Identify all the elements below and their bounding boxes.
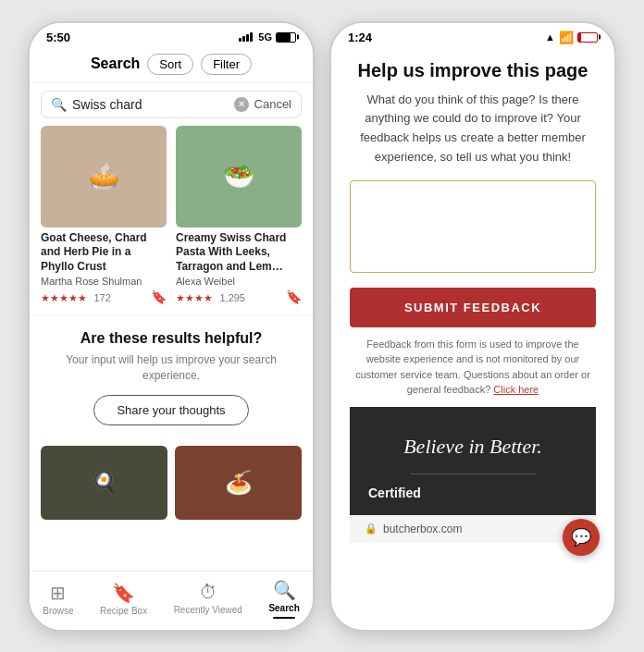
recipe-count-1: 172	[93, 292, 110, 303]
recipe-card-1[interactable]: 🥧 Goat Cheese, Chard and Herb Pie in a P…	[41, 126, 167, 306]
recipe-title-2: Creamy Swiss Chard Pasta With Leeks, Tar…	[176, 231, 302, 275]
nav-browse[interactable]: ⊞ Browse	[43, 582, 73, 616]
battery-right	[577, 32, 598, 43]
lock-icon: 🔒	[365, 523, 378, 535]
recipe-image-2: 🥗	[176, 126, 302, 228]
help-title: Help us improve this page	[350, 59, 596, 81]
signal-bars-left	[239, 32, 253, 42]
nav-search[interactable]: 🔍 Search	[268, 579, 299, 619]
search-feedback-section: Are these results helpful? Your input wi…	[30, 314, 313, 437]
brand-divider	[410, 474, 536, 474]
website-bar: 🔒 butcherbox.com	[350, 515, 596, 543]
search-value: Swiss chard	[72, 97, 234, 112]
nav-active-indicator	[273, 617, 295, 619]
recipe-stars-2: ★★★★	[176, 292, 213, 303]
cancel-label[interactable]: Cancel	[254, 97, 291, 111]
help-description: What do you think of this page? Is there…	[350, 91, 596, 167]
status-icons-left: 5G	[239, 31, 296, 43]
recipe-title-1: Goat Cheese, Chard and Herb Pie in a Phy…	[41, 231, 167, 275]
location-icon: ▲	[545, 31, 555, 43]
left-phone: 5:50 5G Search Sort Filter 🔍	[28, 21, 315, 632]
recipe-card-2[interactable]: 🥗 Creamy Swiss Chard Pasta With Leeks, T…	[176, 126, 302, 306]
website-url[interactable]: butcherbox.com	[383, 523, 462, 535]
submit-feedback-button[interactable]: SUBMIT FEEDBACK	[350, 288, 596, 327]
search-nav-icon: 🔍	[273, 579, 296, 601]
recipe-count-2: 1,295	[219, 292, 245, 303]
chat-fab-button[interactable]: 💬	[563, 519, 600, 556]
feedback-textarea[interactable]	[350, 180, 596, 273]
recipe-image-1: 🥧	[41, 126, 167, 228]
nav-recipe-box[interactable]: 🔖 Recipe Box	[100, 582, 147, 616]
time-right: 1:24	[348, 31, 372, 44]
search-icon: 🔍	[51, 97, 67, 112]
certified-label: Certified	[368, 486, 577, 500]
nav-recipe-box-label: Recipe Box	[100, 606, 147, 616]
nav-recently-viewed[interactable]: ⏱ Recently Viewed	[174, 582, 242, 615]
more-recipe-2[interactable]: 🍝	[175, 446, 302, 520]
brand-script-text: Believe in Better.	[368, 435, 577, 459]
filter-button[interactable]: Filter	[201, 54, 252, 75]
right-phone: 1:24 ▲ 📶 Help us improve this page What …	[329, 21, 616, 632]
wifi-icon: 📶	[559, 31, 574, 44]
screenshot-container: 5:50 5G Search Sort Filter 🔍	[28, 21, 616, 632]
feedback-title: Are these results helpful?	[48, 330, 294, 347]
browse-icon: ⊞	[50, 582, 66, 604]
share-thoughts-button[interactable]: Share your thoughts	[93, 395, 248, 425]
status-bar-right: 1:24 ▲ 📶	[331, 23, 614, 48]
recently-viewed-icon: ⏱	[199, 582, 217, 603]
nav-search-label: Search	[268, 603, 299, 613]
status-icons-right: ▲ 📶	[545, 31, 598, 44]
feedback-note-text: Feedback from this form is used to impro…	[355, 338, 590, 396]
feedback-note: Feedback from this form is used to impro…	[350, 337, 596, 398]
sort-button[interactable]: Sort	[147, 54, 193, 75]
brand-section: Believe in Better. Certified	[350, 407, 596, 515]
bottom-nav: ⊞ Browse 🔖 Recipe Box ⏱ Recently Viewed …	[30, 571, 313, 630]
bookmark-icon-1[interactable]: 🔖	[151, 289, 167, 304]
recipe-box-icon: 🔖	[112, 582, 135, 604]
clear-search-button[interactable]: ✕	[234, 97, 249, 112]
recipe-meta-1: ★★★★★ 172 🔖	[41, 289, 167, 305]
recipe-grid: 🥧 Goat Cheese, Chard and Herb Pie in a P…	[30, 126, 313, 315]
nav-recently-viewed-label: Recently Viewed	[174, 605, 242, 615]
recipe-author-2: Alexa Weibel	[176, 276, 302, 287]
recipe-author-1: Martha Rose Shulman	[41, 276, 167, 287]
recipe-stars-1: ★★★★★	[41, 292, 87, 303]
network-type-left: 5G	[258, 31, 272, 43]
status-bar-left: 5:50 5G	[30, 23, 313, 48]
bookmark-icon-2[interactable]: 🔖	[286, 289, 302, 304]
search-title: Search	[91, 55, 140, 72]
nav-browse-label: Browse	[43, 606, 73, 616]
feedback-subtitle: Your input will help us improve your sea…	[48, 352, 294, 384]
search-header: Search Sort Filter	[30, 48, 313, 83]
click-here-link[interactable]: Click here	[493, 384, 539, 395]
more-recipe-1[interactable]: 🍳	[41, 446, 167, 520]
battery-left	[276, 32, 296, 43]
recipe-meta-2: ★★★★ 1,295 🔖	[176, 289, 302, 305]
time-left: 5:50	[46, 31, 70, 44]
search-bar[interactable]: 🔍 Swiss chard ✕ Cancel	[41, 91, 302, 118]
more-recipes-grid: 🍳 🍝	[30, 437, 313, 529]
